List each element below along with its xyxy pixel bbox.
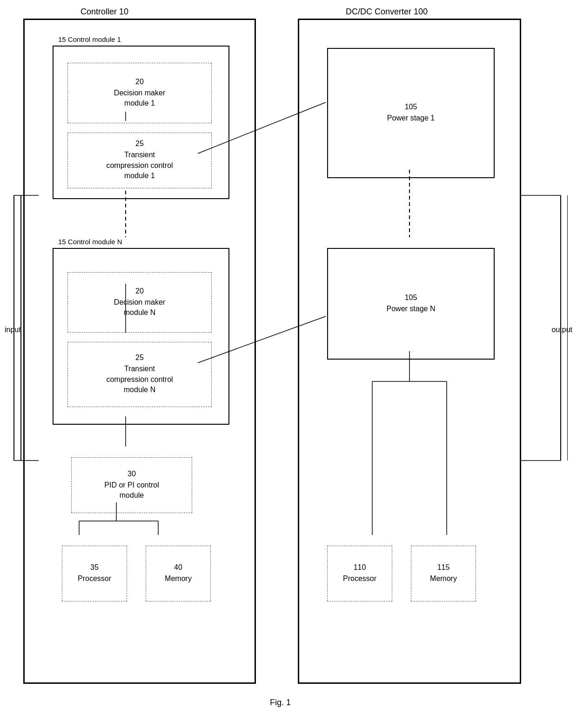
output-label: output bbox=[552, 326, 572, 334]
pid-num: 30 bbox=[127, 470, 136, 478]
power-stage-n: 105 Power stage N bbox=[327, 248, 495, 360]
processor-ctrl: 35 Processor bbox=[62, 546, 127, 601]
controller-title: Controller 10 bbox=[81, 7, 128, 17]
tcn-text: Transientcompression controlmodule N bbox=[106, 364, 173, 395]
processor-dcdc: 110 Processor bbox=[327, 546, 392, 601]
fig-label: Fig. 1 bbox=[270, 698, 291, 708]
proc-dcdc-text: Processor bbox=[343, 574, 376, 584]
diagram: Controller 10 15 Control module 1 20 Dec… bbox=[9, 9, 568, 716]
pid-text: PID or PI controlmodule bbox=[104, 480, 159, 501]
transient-compression-1: 25 Transientcompression controlmodule 1 bbox=[67, 133, 212, 188]
tc1-text: Transientcompression controlmodule 1 bbox=[106, 150, 173, 181]
psn-num: 105 bbox=[405, 294, 417, 302]
mem-dcdc-text: Memory bbox=[430, 574, 457, 584]
control-module-n: 15 Control module N 20 Decision makermod… bbox=[53, 248, 229, 425]
ps1-text: Power stage 1 bbox=[387, 113, 435, 123]
control-module-1-label: 15 Control module 1 bbox=[58, 35, 121, 43]
ps1-num: 105 bbox=[405, 103, 417, 111]
proc-ctrl-num: 35 bbox=[90, 563, 99, 572]
psn-text: Power stage N bbox=[387, 304, 436, 314]
power-stage-1: 105 Power stage 1 bbox=[327, 48, 495, 178]
pid-box: 30 PID or PI controlmodule bbox=[71, 457, 192, 513]
control-module-n-label: 15 Control module N bbox=[58, 238, 122, 246]
controller-box: Controller 10 15 Control module 1 20 Dec… bbox=[23, 19, 256, 684]
dcdc-box: DC/DC Converter 100 105 Power stage 1 10… bbox=[298, 19, 521, 684]
tc1-num: 25 bbox=[135, 140, 144, 148]
mem-dcdc-num: 115 bbox=[437, 563, 450, 572]
proc-ctrl-text: Processor bbox=[78, 574, 111, 584]
dmn-num: 20 bbox=[135, 287, 144, 295]
dm1-num: 20 bbox=[135, 78, 144, 86]
decision-maker-n: 20 Decision makermodule N bbox=[67, 272, 212, 333]
dcdc-title: DC/DC Converter 100 bbox=[346, 7, 428, 17]
mem-ctrl-text: Memory bbox=[165, 574, 192, 584]
transient-compression-n: 25 Transientcompression controlmodule N bbox=[67, 342, 212, 407]
mem-ctrl-num: 40 bbox=[174, 563, 182, 572]
control-module-1: 15 Control module 1 20 Decision makermod… bbox=[53, 46, 229, 199]
decision-maker-1: 20 Decision makermodule 1 bbox=[67, 63, 212, 123]
dm1-text: Decision makermodule 1 bbox=[114, 88, 165, 109]
memory-ctrl: 40 Memory bbox=[146, 546, 211, 601]
dmn-text: Decision makermodule N bbox=[114, 297, 165, 318]
memory-dcdc: 115 Memory bbox=[411, 546, 476, 601]
input-label: input bbox=[5, 326, 21, 334]
proc-dcdc-num: 110 bbox=[354, 563, 366, 572]
tcn-num: 25 bbox=[135, 354, 144, 362]
